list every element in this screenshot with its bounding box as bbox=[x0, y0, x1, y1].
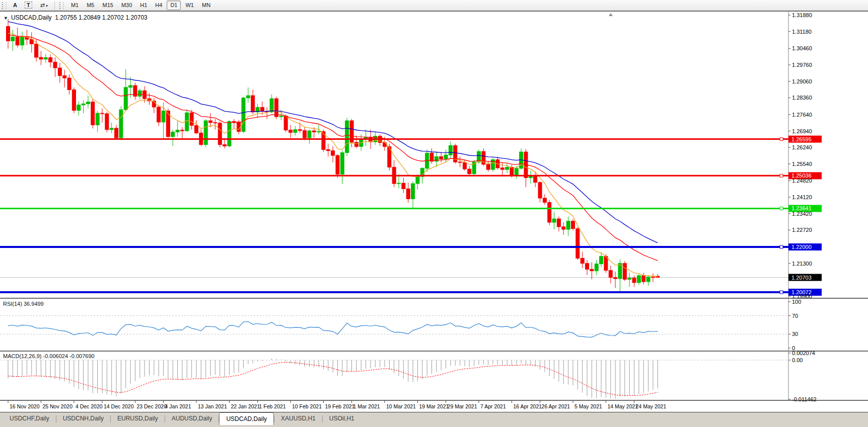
chart-tab-eurusd[interactable]: EURUSD,Daily bbox=[111, 413, 165, 424]
date-axis-label: 1 Feb 2021 bbox=[259, 403, 286, 409]
candle-body bbox=[303, 131, 307, 138]
candle-body bbox=[312, 131, 316, 132]
candle-body bbox=[190, 113, 193, 125]
timeframe-button-m30[interactable]: M30 bbox=[118, 1, 135, 10]
candle-body bbox=[251, 96, 255, 112]
candle-body bbox=[515, 168, 518, 176]
hline-anchor bbox=[780, 174, 783, 177]
chart-tab-usdchf[interactable]: USDCHF,Daily bbox=[3, 413, 56, 424]
timeframe-button-m1[interactable]: M1 bbox=[67, 1, 82, 10]
candle-body bbox=[646, 277, 650, 282]
timeframe-button-h1[interactable]: H1 bbox=[136, 1, 151, 10]
candle-body bbox=[632, 278, 636, 283]
candle-body bbox=[628, 278, 631, 280]
date-axis-border bbox=[0, 400, 868, 401]
candle-body bbox=[129, 86, 132, 88]
rsi-axis-label: 70 bbox=[792, 313, 798, 319]
toolbar-grip[interactable] bbox=[2, 2, 7, 9]
date-axis-label: 7 Apr 2021 bbox=[480, 403, 506, 409]
candle-body bbox=[463, 162, 466, 169]
hline-anchor bbox=[780, 245, 783, 248]
date-axis-label: 19 Mar 2021 bbox=[419, 403, 449, 409]
timeframe-button-m15[interactable]: M15 bbox=[99, 1, 116, 10]
candle-body bbox=[604, 257, 608, 271]
chart-canvas[interactable]: 1.265951.250361.236411.220001.200721.318… bbox=[0, 12, 868, 412]
timeframe-toolbar-grip[interactable] bbox=[59, 2, 64, 9]
candle-body bbox=[63, 75, 66, 78]
dropdown-caret-icon: ▾ bbox=[46, 4, 48, 8]
candle-body bbox=[16, 37, 19, 45]
cycle-arrows-icon: ⇄ bbox=[40, 2, 45, 8]
timeframe-button-h4[interactable]: H4 bbox=[152, 1, 166, 10]
candle-body bbox=[180, 130, 184, 131]
candle-body bbox=[176, 130, 179, 132]
chart-tab-usdcnh[interactable]: USDCNH,Daily bbox=[56, 413, 110, 424]
candle-body bbox=[637, 276, 640, 283]
price-axis-label: 1.24820 bbox=[792, 178, 812, 184]
date-axis-label: 29 Mar 2021 bbox=[448, 403, 477, 409]
textbox-button[interactable]: T bbox=[21, 1, 36, 10]
chart-tab-usdcad[interactable]: USDCAD,Daily bbox=[219, 412, 274, 425]
price-axis-label: 1.31880 bbox=[792, 12, 812, 18]
chart-tab-usoil[interactable]: USOil,H1 bbox=[323, 413, 361, 424]
candle-body bbox=[609, 271, 612, 278]
macd-axis-label: 0.00 bbox=[792, 357, 803, 363]
candle-body bbox=[402, 183, 405, 189]
hline-anchor bbox=[780, 291, 783, 294]
candle-body bbox=[119, 110, 123, 138]
candle-body bbox=[397, 183, 401, 184]
candle-body bbox=[185, 113, 189, 131]
hline-anchor bbox=[780, 207, 783, 210]
price-axis-label: 1.26240 bbox=[792, 144, 812, 150]
candle-body bbox=[213, 123, 217, 123]
timeframe-button-w1[interactable]: W1 bbox=[182, 1, 197, 10]
candle-body bbox=[538, 183, 542, 198]
candle-body bbox=[623, 264, 626, 280]
candle-body bbox=[345, 121, 349, 152]
candle-body bbox=[44, 57, 47, 59]
candle-body bbox=[548, 202, 551, 222]
arrow-styles-button[interactable]: ⇄▾ bbox=[37, 1, 51, 11]
date-axis-label: 24 May 2021 bbox=[636, 403, 667, 409]
candle-body bbox=[586, 264, 589, 270]
timeframe-button-d1[interactable]: D1 bbox=[167, 1, 181, 10]
candle-body bbox=[171, 132, 175, 136]
macd-axis-label: 0.002074 bbox=[792, 350, 815, 356]
candle-body bbox=[228, 121, 231, 146]
candle-body bbox=[260, 107, 264, 111]
collapse-arrow-icon[interactable]: ▼ bbox=[4, 16, 8, 21]
macd-panel-border bbox=[0, 351, 868, 352]
macd-axis-label: -0.011462 bbox=[792, 396, 817, 402]
candle-body bbox=[486, 164, 490, 169]
chart-tab-xauusd[interactable]: XAUUSD,H1 bbox=[274, 413, 322, 424]
rsi-label: RSI(14) 36.9499 bbox=[3, 301, 44, 307]
candle-body bbox=[35, 44, 38, 57]
price-axis-label: 1.25540 bbox=[792, 161, 812, 167]
candle-body bbox=[82, 104, 85, 105]
candle-body bbox=[53, 62, 57, 68]
chart-ohlc-values: 1.20755 1.20849 1.20702 1.20703 bbox=[55, 14, 148, 21]
hline-price-badge-text: 1.22000 bbox=[791, 244, 812, 250]
current-price-badge-text: 1.20703 bbox=[791, 275, 812, 281]
candle-body bbox=[308, 131, 311, 138]
date-axis-label: 22 Jan 2021 bbox=[231, 403, 260, 409]
candle-body bbox=[157, 107, 161, 122]
timeframe-button-mn[interactable]: MN bbox=[198, 1, 214, 10]
toolbar-separator bbox=[54, 2, 55, 10]
price-axis-label: 1.27640 bbox=[792, 112, 812, 118]
candle-body bbox=[195, 125, 198, 133]
candle-body bbox=[162, 111, 165, 122]
price-axis-label: 1.29060 bbox=[792, 78, 812, 84]
chart-background bbox=[0, 12, 868, 400]
candle-body bbox=[406, 189, 410, 199]
candle-body bbox=[138, 91, 141, 96]
timeframe-button-m5[interactable]: M5 bbox=[83, 1, 98, 10]
candle-body bbox=[67, 78, 71, 90]
price-axis-label: 1.29760 bbox=[792, 62, 812, 68]
chart-tab-audusd[interactable]: AUDUSD,Daily bbox=[165, 413, 219, 424]
text-label-button[interactable]: A bbox=[10, 1, 20, 10]
rsi-axis-label: 100 bbox=[792, 299, 801, 305]
date-axis-label: 10 Mar 2021 bbox=[386, 403, 416, 409]
candle-body bbox=[331, 151, 335, 155]
date-axis-label: 13 Jan 2021 bbox=[198, 403, 227, 409]
